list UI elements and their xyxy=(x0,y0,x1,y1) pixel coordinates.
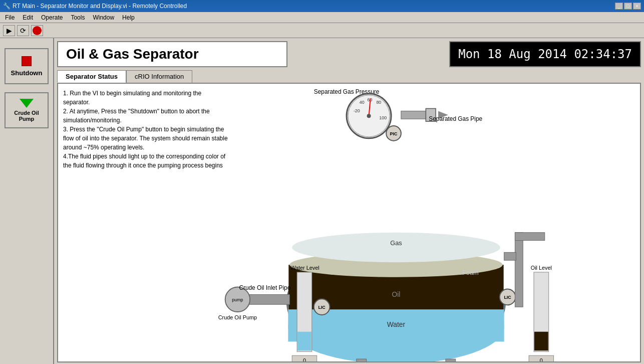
shutdown-indicator xyxy=(22,56,32,66)
tab-separator-status[interactable]: Separator Status xyxy=(57,70,126,83)
shutdown-label: Shutdown xyxy=(11,69,43,77)
crude-oil-pump-button[interactable]: Crude OilPump xyxy=(5,92,49,128)
instruction-2: 2. At anytime, Press the "Shutdown" butt… xyxy=(63,107,228,125)
pump-arrow-icon xyxy=(20,99,34,108)
svg-rect-48 xyxy=(446,359,456,361)
run-continuous-button[interactable]: ⟳ xyxy=(17,25,29,36)
instruction-3: 3. Press the "Crude Oil Pump" button to … xyxy=(63,125,228,152)
svg-text:LIC: LIC xyxy=(504,295,511,300)
title-bar-controls[interactable]: _ □ × xyxy=(615,3,641,10)
menu-operate[interactable]: Operate xyxy=(38,13,66,22)
menu-file[interactable]: File xyxy=(2,13,18,22)
app-title: Oil & Gas Separator xyxy=(57,41,287,67)
close-button[interactable]: × xyxy=(633,3,641,10)
svg-point-7 xyxy=(367,114,371,118)
toolbar: ▶ ⟳ xyxy=(0,23,644,38)
content-area: Oil & Gas Separator Mon 18 Aug 2014 02:3… xyxy=(54,38,644,364)
svg-text:Crude Oil Inlet Pipe: Crude Oil Inlet Pipe xyxy=(239,284,290,291)
maximize-button[interactable]: □ xyxy=(624,3,632,10)
title-bar: 🔧 RT Main - Separator Monitor and Displa… xyxy=(0,0,644,12)
menu-edit[interactable]: Edit xyxy=(20,13,36,22)
stop-button[interactable] xyxy=(31,25,43,36)
title-bar-left: 🔧 RT Main - Separator Monitor and Displa… xyxy=(3,3,187,10)
header-panel: Oil & Gas Separator Mon 18 Aug 2014 02:3… xyxy=(57,41,641,67)
menu-bar: File Edit Operate Tools Window Help xyxy=(0,12,644,23)
svg-point-19 xyxy=(292,233,500,262)
svg-text:Water Level: Water Level xyxy=(290,265,319,271)
tab-crio-information[interactable]: cRIO Information xyxy=(126,70,192,83)
pump-label: Crude OilPump xyxy=(14,110,39,122)
svg-text:Foam: Foam xyxy=(462,269,479,276)
svg-text:PIC: PIC xyxy=(390,131,398,136)
svg-text:Gas: Gas xyxy=(390,239,402,247)
svg-rect-55 xyxy=(504,252,516,260)
main-layout: Shutdown Crude OilPump Oil & Gas Separat… xyxy=(0,38,644,364)
svg-text:0: 0 xyxy=(303,357,306,361)
instruction-4: 4.The fluid pipes should light up to the… xyxy=(63,152,228,170)
svg-rect-34 xyxy=(297,332,311,351)
svg-text:Water: Water xyxy=(387,320,406,328)
run-button[interactable]: ▶ xyxy=(3,25,15,36)
svg-text:Separated Gas Pipe: Separated Gas Pipe xyxy=(429,115,482,122)
svg-text:100: 100 xyxy=(379,115,387,120)
instruction-1: 1. Run the VI to begin simulating and mo… xyxy=(63,89,228,107)
menu-window[interactable]: Window xyxy=(90,13,117,22)
svg-text:Oil Level: Oil Level xyxy=(531,265,552,271)
svg-rect-43 xyxy=(357,359,367,361)
sidebar: Shutdown Crude OilPump xyxy=(0,38,54,364)
svg-rect-53 xyxy=(515,233,523,307)
svg-text:0: 0 xyxy=(540,357,543,361)
svg-rect-54 xyxy=(515,233,544,241)
svg-text:80: 80 xyxy=(376,100,381,105)
svg-text:Oil: Oil xyxy=(392,290,401,298)
svg-text:-20: -20 xyxy=(354,108,360,113)
app-icon: 🔧 xyxy=(3,3,11,10)
tab-bar: Separator Status cRIO Information xyxy=(57,70,641,83)
stop-icon xyxy=(33,26,42,35)
svg-text:pump: pump xyxy=(232,297,243,302)
svg-text:Crude Oil Pump: Crude Oil Pump xyxy=(218,314,257,320)
datetime-display: Mon 18 Aug 2014 02:34:37 xyxy=(449,41,641,67)
title-bar-text: RT Main - Separator Monitor and Display.… xyxy=(13,3,187,10)
svg-text:40: 40 xyxy=(360,100,365,105)
menu-tools[interactable]: Tools xyxy=(68,13,88,22)
display-panel: 1. Run the VI to begin simulating and mo… xyxy=(57,83,641,362)
minimize-button[interactable]: _ xyxy=(615,3,623,10)
menu-help[interactable]: Help xyxy=(119,13,138,22)
svg-text:LIC: LIC xyxy=(318,305,326,310)
instructions-text: 1. Run the VI to begin simulating and mo… xyxy=(63,89,228,170)
shutdown-button[interactable]: Shutdown xyxy=(5,48,49,84)
svg-rect-39 xyxy=(534,332,548,351)
